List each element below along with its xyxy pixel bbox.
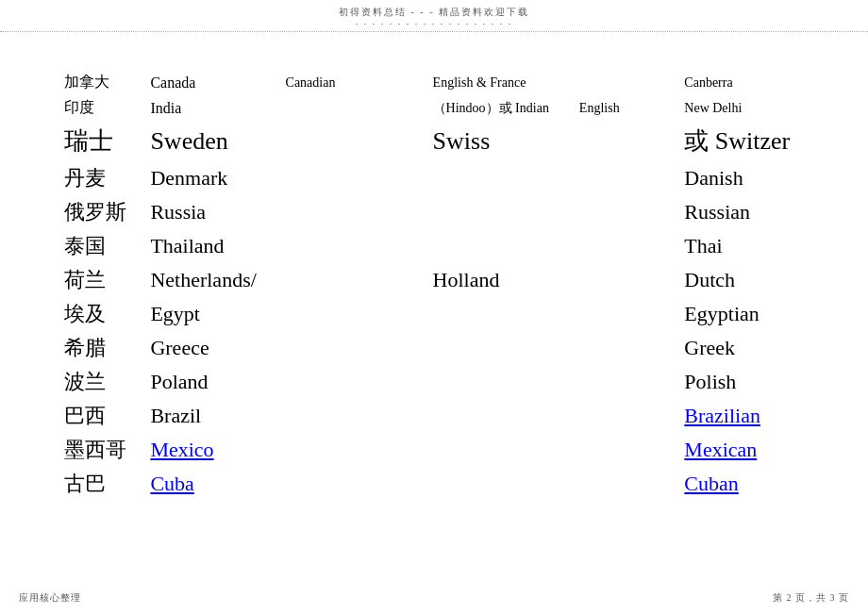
cell-poland-en: Poland — [142, 365, 277, 399]
row-switzerland: 瑞士SwedenSwiss或 Switzer — [57, 121, 811, 161]
row-india: 印度India（Hindoo）或 IndianEnglishNew Delhi — [57, 95, 811, 121]
cell-russia-col6: Russian — [676, 195, 811, 229]
cell-brazil-col5 — [572, 399, 676, 433]
cell-greece-en: Greece — [142, 331, 277, 365]
cell-cuba-col6: Cuban — [676, 467, 811, 501]
cell-canada-zh: 加拿大 — [57, 70, 142, 95]
top-bar-dots: · · · · · · · · · · · · · · · · · · · — [0, 19, 868, 29]
cell-brazil-zh: 巴西 — [57, 399, 142, 433]
cell-mexico-col5 — [572, 433, 676, 467]
cell-netherlands-col6: Dutch — [676, 263, 811, 297]
cell-switzerland-col5 — [572, 121, 676, 161]
cell-thailand-col3 — [278, 229, 426, 263]
cell-brazil-col3 — [278, 399, 426, 433]
row-egypt: 埃及EgyptEgyptian — [57, 297, 811, 331]
cell-netherlands-col4: Holland — [426, 263, 572, 297]
cell-thailand-col4 — [426, 229, 572, 263]
row-greece: 希腊GreeceGreek — [57, 331, 811, 365]
row-brazil: 巴西BrazilBrazilian — [57, 399, 811, 433]
cell-switzerland-en: Sweden — [142, 121, 277, 161]
row-denmark: 丹麦DenmarkDanish — [57, 161, 811, 195]
cell-russia-col4 — [426, 195, 572, 229]
cell-mexico-en: Mexico — [142, 433, 277, 467]
cell-poland-col4 — [426, 365, 572, 399]
cell-greece-zh: 希腊 — [57, 331, 142, 365]
cell-egypt-col6: Egyptian — [676, 297, 811, 331]
cell-netherlands-col5 — [572, 263, 676, 297]
cell-cuba-en: Cuba — [142, 467, 277, 501]
footer: 应用核心整理 第 2 页，共 3 页 — [0, 591, 868, 605]
cell-egypt-en: Egypt — [142, 297, 277, 331]
link-brazil-col6[interactable]: Brazilian — [684, 404, 760, 427]
cell-thailand-col5 — [572, 229, 676, 263]
cell-russia-col3 — [278, 195, 426, 229]
cell-india-zh: 印度 — [57, 95, 142, 121]
link-mexico-en[interactable]: Mexico — [150, 438, 213, 461]
cell-egypt-zh: 埃及 — [57, 297, 142, 331]
cell-denmark-zh: 丹麦 — [57, 161, 142, 195]
link-cuba-col6[interactable]: Cuban — [684, 472, 738, 495]
top-bar: 初得资料总结 - - - 精品资料欢迎下载 · · · · · · · · · … — [0, 0, 868, 32]
row-poland: 波兰PolandPolish — [57, 365, 811, 399]
cell-cuba-zh: 古巴 — [57, 467, 142, 501]
cell-mexico-col6: Mexican — [676, 433, 811, 467]
cell-switzerland-col6: 或 Switzer — [676, 121, 811, 161]
row-canada: 加拿大CanadaCanadianEnglish & FranceCanberr… — [57, 70, 811, 95]
cell-netherlands-en: Netherlands/ — [142, 263, 277, 297]
cell-canada-col4: English & France — [426, 70, 572, 95]
cell-denmark-col3 — [278, 161, 426, 195]
cell-poland-col6: Polish — [676, 365, 811, 399]
cell-india-en: India — [142, 95, 277, 121]
cell-denmark-col4 — [426, 161, 572, 195]
cell-greece-col6: Greek — [676, 331, 811, 365]
cell-cuba-col5 — [572, 467, 676, 501]
cell-brazil-en: Brazil — [142, 399, 277, 433]
cell-russia-en: Russia — [142, 195, 277, 229]
cell-greece-col3 — [278, 331, 426, 365]
page-content: 加拿大CanadaCanadianEnglish & FranceCanberr… — [0, 32, 868, 520]
cell-india-col4: （Hindoo）或 Indian — [426, 95, 572, 121]
top-bar-title: 初得资料总结 - - - 精品资料欢迎下载 — [0, 6, 868, 19]
cell-canada-col6: Canberra — [676, 70, 811, 95]
cell-russia-col5 — [572, 195, 676, 229]
cell-mexico-zh: 墨西哥 — [57, 433, 142, 467]
cell-cuba-col4 — [426, 467, 572, 501]
cell-india-col5: English — [572, 95, 676, 121]
cell-netherlands-col3 — [278, 263, 426, 297]
cell-denmark-en: Denmark — [142, 161, 277, 195]
cell-canada-en: Canada — [142, 70, 277, 95]
cell-canada-col3: Canadian — [278, 70, 426, 95]
cell-thailand-zh: 泰国 — [57, 229, 142, 263]
cell-greece-col5 — [572, 331, 676, 365]
cell-mexico-col3 — [278, 433, 426, 467]
country-table: 加拿大CanadaCanadianEnglish & FranceCanberr… — [57, 70, 811, 501]
cell-switzerland-zh: 瑞士 — [57, 121, 142, 161]
cell-poland-col5 — [572, 365, 676, 399]
cell-thailand-en: Thailand — [142, 229, 277, 263]
row-russia: 俄罗斯RussiaRussian — [57, 195, 811, 229]
cell-denmark-col5 — [572, 161, 676, 195]
cell-switzerland-col3 — [278, 121, 426, 161]
cell-greece-col4 — [426, 331, 572, 365]
row-thailand: 泰国ThailandThai — [57, 229, 811, 263]
cell-brazil-col4 — [426, 399, 572, 433]
cell-egypt-col5 — [572, 297, 676, 331]
cell-mexico-col4 — [426, 433, 572, 467]
cell-india-col6: New Delhi — [676, 95, 811, 121]
cell-canada-col5 — [572, 70, 676, 95]
link-mexico-col6[interactable]: Mexican — [684, 438, 757, 461]
cell-india-col3 — [278, 95, 426, 121]
link-cuba-en[interactable]: Cuba — [150, 472, 193, 495]
cell-switzerland-col4: Swiss — [426, 121, 572, 161]
row-mexico: 墨西哥MexicoMexican — [57, 433, 811, 467]
row-netherlands: 荷兰Netherlands/HollandDutch — [57, 263, 811, 297]
cell-poland-zh: 波兰 — [57, 365, 142, 399]
cell-poland-col3 — [278, 365, 426, 399]
cell-russia-zh: 俄罗斯 — [57, 195, 142, 229]
cell-thailand-col6: Thai — [676, 229, 811, 263]
footer-right: 第 2 页，共 3 页 — [773, 591, 849, 605]
cell-brazil-col6: Brazilian — [676, 399, 811, 433]
cell-denmark-col6: Danish — [676, 161, 811, 195]
cell-egypt-col3 — [278, 297, 426, 331]
row-cuba: 古巴CubaCuban — [57, 467, 811, 501]
